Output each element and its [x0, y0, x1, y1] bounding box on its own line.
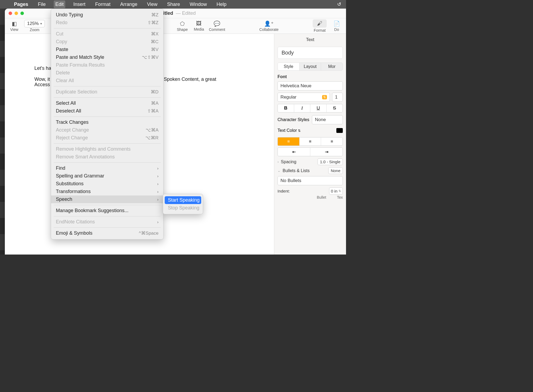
- spacing-disclosure[interactable]: › Spacing 1.0 - Single: [278, 158, 343, 165]
- underline-button[interactable]: U: [310, 104, 327, 112]
- segment-more[interactable]: Mor: [321, 63, 343, 70]
- menu-spelling[interactable]: Spelling and Grammar›: [51, 172, 163, 180]
- menu-substitutions[interactable]: Substitutions›: [51, 180, 163, 188]
- font-size-field[interactable]: 1: [332, 93, 343, 102]
- font-section-label: Font: [278, 74, 343, 79]
- chevron-down-icon: ⌄: [278, 169, 280, 173]
- doc-text-line2a: Wow, it: [34, 77, 50, 82]
- menu-accept-change[interactable]: Accept Change⌥⌘A: [51, 126, 163, 134]
- spacing-select[interactable]: 1.0 - Single: [318, 158, 343, 165]
- menu-cut[interactable]: Cut⌘X: [51, 30, 163, 38]
- toolbar-view[interactable]: ◧ View: [8, 20, 21, 32]
- menu-paste[interactable]: Paste⌘V: [51, 46, 163, 53]
- bold-button[interactable]: B: [278, 104, 294, 112]
- indent-button[interactable]: ⇥: [310, 148, 343, 156]
- toolbar-format[interactable]: 🖌 Format: [313, 19, 327, 32]
- inspector-segments: Style Layout Mor: [278, 63, 343, 71]
- format-inspector: Text Body Style Layout Mor Font Helvetic…: [274, 34, 346, 255]
- align-left-button[interactable]: ≡: [278, 137, 300, 146]
- paragraph-style-select[interactable]: Body: [278, 47, 343, 59]
- menu-remove-smart[interactable]: Remove Smart Annotations: [51, 153, 163, 161]
- menu-paste-formula[interactable]: Paste Formula Results: [51, 61, 163, 69]
- menu-remove-highlights[interactable]: Remove Highlights and Comments: [51, 145, 163, 153]
- chevron-right-icon: ›: [157, 197, 159, 202]
- menu-redo[interactable]: Redo⇧⌘Z: [51, 19, 163, 27]
- bullets-select[interactable]: None: [328, 167, 343, 174]
- menu-clear-all[interactable]: Clear All: [51, 77, 163, 85]
- font-family-select[interactable]: Helvetica Neue: [278, 81, 343, 90]
- doc-text-line2b: use Spoken Content, a great: [155, 77, 216, 82]
- doc-text-line1: Let's ha: [34, 66, 51, 71]
- menu-start-speaking[interactable]: Start Speaking: [165, 196, 201, 204]
- font-style-select[interactable]: Regular⇅: [278, 93, 330, 102]
- speech-submenu: Start Speaking Stop Speaking: [163, 194, 203, 214]
- bullets-style-select[interactable]: No Bullets: [278, 176, 343, 185]
- outdent-button[interactable]: ⇤: [278, 148, 310, 156]
- italic-button[interactable]: I: [294, 104, 311, 112]
- menu-deselect-all[interactable]: Deselect All⇧⌘A: [51, 107, 163, 115]
- align-center-button[interactable]: ≡: [300, 137, 321, 146]
- toolbar-zoom[interactable]: 125% ▾ Zoom: [24, 20, 45, 32]
- menu-transformations[interactable]: Transformations›: [51, 188, 163, 195]
- character-styles-select[interactable]: None: [312, 115, 343, 124]
- toolbar-shape[interactable]: ⬠ Shape: [175, 20, 189, 32]
- menu-undo[interactable]: Undo Typing⌘Z: [51, 11, 163, 19]
- chevron-down-icon: ▾: [40, 22, 42, 26]
- media-icon: 🖼: [196, 20, 201, 27]
- window-minimize-button[interactable]: [15, 12, 18, 15]
- toolbar-document[interactable]: 📄 Do: [330, 20, 343, 32]
- menu-stop-speaking[interactable]: Stop Speaking: [163, 204, 203, 212]
- toolbar-document-label: Do: [334, 27, 339, 32]
- menu-format[interactable]: Format: [93, 1, 112, 8]
- app-menu[interactable]: Pages: [12, 1, 30, 8]
- menu-duplicate[interactable]: Duplicate Selection⌘D: [51, 88, 163, 96]
- menu-track-changes[interactable]: Track Changes: [51, 118, 163, 126]
- time-machine-icon[interactable]: ↺: [337, 1, 341, 7]
- align-right-button[interactable]: ≡: [321, 137, 343, 146]
- toolbar-comment-label: Comment: [209, 27, 225, 32]
- bullet-caption: Bullet: [317, 195, 326, 199]
- window-close-button[interactable]: [9, 12, 12, 15]
- segment-layout[interactable]: Layout: [300, 63, 321, 70]
- collaborate-icon: 👤⁺: [264, 20, 274, 27]
- inspector-tab-text[interactable]: Text: [274, 36, 346, 45]
- menu-reject-change[interactable]: Reject Change⌥⌘R: [51, 134, 163, 142]
- menu-speech[interactable]: Speech›: [51, 195, 163, 203]
- menu-select-all[interactable]: Select All⌘A: [51, 99, 163, 107]
- menu-emoji[interactable]: Emoji & Symbols^⌘Space: [51, 229, 163, 237]
- strikethrough-button[interactable]: S: [327, 104, 343, 112]
- menu-help[interactable]: Help: [215, 1, 228, 8]
- menu-insert[interactable]: Insert: [72, 1, 87, 8]
- menu-copy[interactable]: Copy⌘C: [51, 38, 163, 46]
- indent-label: Indent:: [278, 189, 290, 193]
- menu-view[interactable]: View: [145, 1, 159, 8]
- stepper-icon: ⇅: [322, 95, 327, 99]
- toolbar-collaborate[interactable]: 👤⁺ Collaborate: [259, 20, 279, 32]
- chevron-right-icon: ›: [157, 166, 159, 170]
- toolbar-shape-label: Shape: [177, 27, 188, 32]
- window-zoom-button[interactable]: [20, 12, 24, 15]
- segment-style[interactable]: Style: [278, 63, 300, 70]
- menu-window[interactable]: Window: [188, 1, 208, 8]
- character-styles-label: Character Styles: [278, 117, 309, 122]
- menu-arrange[interactable]: Arrange: [118, 1, 139, 8]
- menu-file[interactable]: File: [36, 1, 47, 8]
- menu-find[interactable]: Find›: [51, 164, 163, 172]
- menu-paste-match[interactable]: Paste and Match Style⌥⇧⌘V: [51, 53, 163, 61]
- menu-bookmarks[interactable]: Manage Bookmark Suggestions...: [51, 207, 163, 215]
- text-color-swatch[interactable]: [336, 128, 343, 133]
- chevron-right-icon: ›: [157, 190, 159, 194]
- menu-endnote[interactable]: EndNote Citations›: [51, 218, 163, 226]
- menu-share[interactable]: Share: [165, 1, 182, 8]
- alignment-buttons: ≡ ≡ ≡: [278, 137, 343, 146]
- bullets-disclosure[interactable]: ⌄ Bullets & Lists None: [278, 167, 343, 174]
- bullet-indent-field[interactable]: 0 in⇅: [329, 187, 343, 195]
- toolbar-comment[interactable]: 💬 Comment: [209, 20, 225, 32]
- doc-text-line3: Access: [34, 82, 50, 87]
- toolbar-media[interactable]: 🖼 Media: [192, 20, 206, 31]
- toolbar-media-label: Media: [194, 27, 204, 31]
- menu-edit[interactable]: Edit: [54, 1, 65, 8]
- menu-delete[interactable]: Delete: [51, 69, 163, 77]
- document-icon: 📄: [333, 20, 340, 27]
- desktop-background: [0, 9, 5, 255]
